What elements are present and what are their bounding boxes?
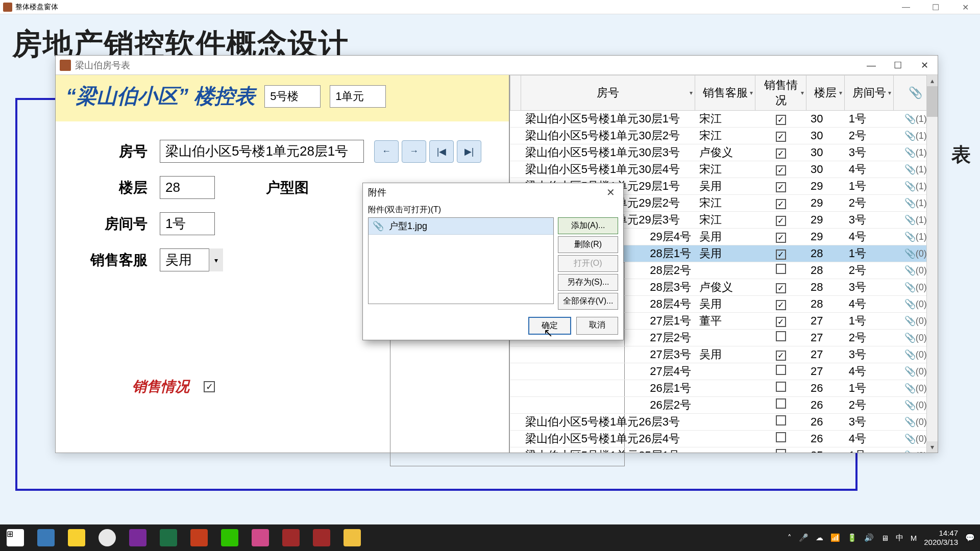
start-button[interactable]: ⊞: [0, 524, 31, 551]
child-maximize-button[interactable]: ☐: [885, 56, 911, 75]
table-row[interactable]: 梁山伯小区5号楼1单元26层4号264号📎(0): [510, 431, 938, 447]
col-floor[interactable]: 楼层: [814, 86, 837, 99]
col-agent[interactable]: 销售客服: [703, 86, 748, 99]
status-label: 销售情况: [132, 377, 189, 396]
explorer-icon[interactable]: [337, 524, 368, 551]
cancel-button[interactable]: 取消: [576, 317, 618, 335]
tray-mic-icon[interactable]: 🎤: [799, 533, 808, 542]
onenote-icon[interactable]: [122, 524, 153, 551]
nav-next-button[interactable]: →: [402, 140, 426, 163]
tray-chevron-icon[interactable]: ˄: [788, 533, 792, 542]
table-row[interactable]: 27层3号吴用✓273号📎(0): [510, 346, 938, 363]
floor-label: 楼层: [76, 178, 148, 197]
child-minimize-button[interactable]: —: [858, 56, 885, 75]
roomno-label: 房间号: [76, 214, 148, 234]
file-item[interactable]: 📎 户型1.jpg: [369, 218, 553, 235]
search-icon[interactable]: [31, 524, 61, 551]
room-input[interactable]: [160, 140, 364, 163]
record-nav: ← → |◀ ▶|: [374, 140, 481, 163]
main-window-title: 整体楼盘窗体: [15, 3, 58, 12]
close-button[interactable]: ✕: [950, 0, 980, 14]
file-name: 户型1.jpg: [389, 220, 427, 232]
taskbar: ⊞ ˄ 🎤 ☁ 📶 🔋 🔊 🖥 中 M 14:47 2020/3/13 💬: [0, 524, 980, 551]
main-titlebar: 整体楼盘窗体: [0, 0, 980, 14]
col-room[interactable]: 房号: [597, 86, 619, 99]
table-scrollbar[interactable]: ▴ ▾: [926, 75, 938, 453]
nav-first-button[interactable]: |◀: [429, 140, 454, 163]
saveall-button[interactable]: 全部保存(V)...: [558, 293, 618, 310]
form-header: “梁山伯小区” 楼控表: [56, 75, 509, 121]
access-icon[interactable]: [276, 524, 306, 551]
status-checkbox[interactable]: ✓: [204, 381, 215, 392]
tray-cloud-icon[interactable]: ☁: [816, 533, 823, 542]
attachment-icon[interactable]: 📎: [909, 86, 922, 99]
tray-notification-icon[interactable]: 💬: [965, 533, 975, 542]
system-tray: ˄ 🎤 ☁ 📶 🔋 🔊 🖥 中 M 14:47 2020/3/13 💬: [788, 529, 980, 547]
table-row[interactable]: 梁山伯小区5号楼1单元25层1号251号📎(0): [510, 447, 938, 453]
nav-last-button[interactable]: ▶|: [457, 140, 481, 163]
dialog-close-button[interactable]: ✕: [603, 186, 618, 198]
tray-wifi-icon[interactable]: 📶: [830, 533, 840, 542]
building-input[interactable]: [264, 85, 321, 108]
dialog-title: 附件: [368, 186, 386, 198]
table-row[interactable]: 26层2号262号📎(0): [510, 397, 938, 414]
tray-volume-icon[interactable]: 🔊: [864, 533, 874, 542]
delete-button[interactable]: 删除(R): [558, 236, 618, 253]
paperclip-icon: 📎: [373, 220, 384, 232]
wechat-icon[interactable]: [214, 524, 245, 551]
maximize-button[interactable]: ☐: [921, 0, 950, 14]
tray-ime2[interactable]: M: [911, 534, 917, 542]
tray-ime1[interactable]: 中: [896, 533, 903, 543]
room-label: 房号: [76, 142, 148, 161]
table-row[interactable]: 梁山伯小区5号楼1单元30层2号宋江✓302号📎(1): [510, 128, 938, 144]
main-window-controls: — ☐ ✕: [891, 0, 980, 14]
add-button[interactable]: 添加(A)...: [558, 217, 618, 234]
table-row[interactable]: 27层4号274号📎(0): [510, 363, 938, 380]
table-row[interactable]: 梁山伯小区5号楼1单元30层3号卢俊义✓303号📎(1): [510, 144, 938, 161]
child-window-title: 梁山伯房号表: [75, 59, 130, 71]
scroll-thumb[interactable]: [927, 86, 938, 117]
col-roomno[interactable]: 房间号: [852, 86, 886, 99]
excel-icon[interactable]: [153, 524, 184, 551]
minimize-button[interactable]: —: [891, 0, 921, 14]
roomno-input[interactable]: [160, 212, 215, 235]
table-row[interactable]: 梁山伯小区5号楼1单元26层3号263号📎(0): [510, 414, 938, 431]
scroll-down-button[interactable]: ▾: [927, 441, 938, 453]
foxmail-icon[interactable]: [245, 524, 276, 551]
dialog-hint: 附件(双击可打开)(T): [368, 205, 618, 215]
powerpoint-icon[interactable]: [184, 524, 214, 551]
form-icon: [60, 60, 71, 71]
table-row[interactable]: 26层1号261号📎(0): [510, 380, 938, 397]
side-label: 表: [951, 142, 971, 168]
open-button[interactable]: 打开(O): [558, 255, 618, 272]
child-close-button[interactable]: ✕: [911, 56, 938, 75]
access2-icon[interactable]: [306, 524, 337, 551]
floor-input[interactable]: [160, 176, 215, 199]
table-row[interactable]: 梁山伯小区5号楼1单元30层1号宋江✓301号📎(1): [510, 111, 938, 128]
form-title: “梁山伯小区” 楼控表: [66, 82, 255, 110]
nav-prev-button[interactable]: ←: [374, 140, 399, 163]
child-titlebar: 梁山伯房号表: [56, 56, 938, 75]
tray-monitor-icon[interactable]: 🖥: [881, 534, 889, 542]
tray-battery-icon[interactable]: 🔋: [847, 533, 857, 542]
saveas-button[interactable]: 另存为(S)...: [558, 274, 618, 291]
table-row[interactable]: 梁山伯小区5号楼1单元30层4号宋江✓304号📎(1): [510, 161, 938, 178]
unit-input[interactable]: [330, 85, 386, 108]
tray-clock[interactable]: 14:47 2020/3/13: [924, 529, 958, 547]
file-list[interactable]: 📎 户型1.jpg: [368, 217, 554, 304]
agent-label: 销售客服: [76, 251, 148, 270]
app-icon: [3, 3, 12, 12]
notes-icon[interactable]: [61, 524, 92, 551]
child-window-controls: — ☐ ✕: [858, 56, 938, 75]
plan-label: 户型图: [266, 178, 309, 197]
col-status[interactable]: 销售情况: [764, 79, 798, 107]
attachment-dialog: 附件 ✕ 附件(双击可打开)(T) 📎 户型1.jpg 添加(A)... 删除(…: [362, 183, 624, 340]
ok-button[interactable]: 确定: [528, 317, 571, 335]
chrome-icon[interactable]: [92, 524, 122, 551]
scroll-up-button[interactable]: ▴: [927, 75, 938, 86]
agent-dropdown-button[interactable]: ▾: [209, 248, 223, 271]
